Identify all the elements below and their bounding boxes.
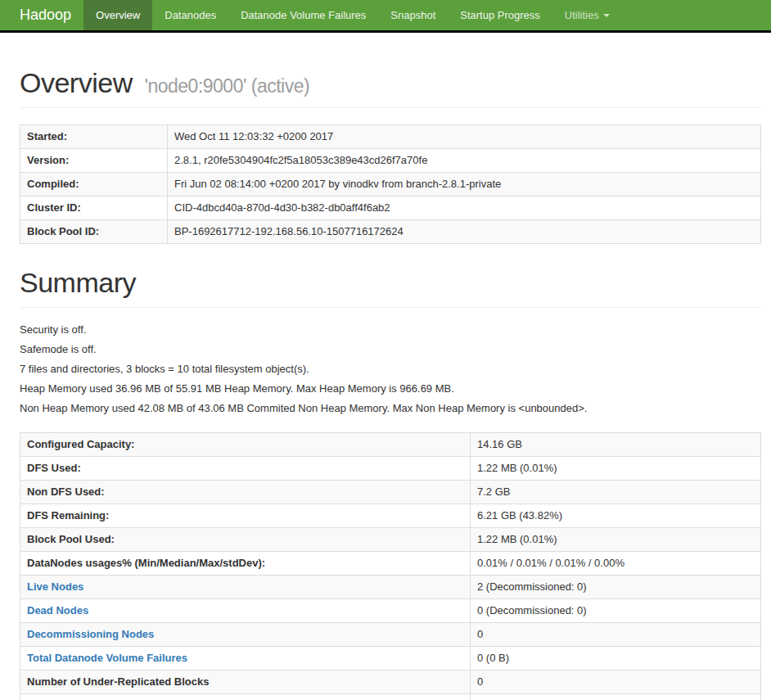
dead-nodes-link[interactable]: Dead Nodes (27, 604, 88, 616)
row-label-cluster-id: Cluster ID: (20, 196, 168, 220)
table-row: Compiled: Fri Jun 02 08:14:00 +0200 2017… (20, 173, 761, 196)
row-label-under-replicated-blocks: Number of Under-Replicated Blocks (20, 671, 471, 694)
row-label-datanodes-usages: DataNodes usages% (Min/Median/Max/stdDev… (20, 552, 471, 576)
nav-tab-datanode-volume-failures[interactable]: Datanode Volume Failures (228, 0, 378, 30)
table-row: DFS Remaining: 6.21 GB (43.82%) (20, 504, 761, 528)
table-row: Configured Capacity: 14.16 GB (20, 433, 761, 457)
row-value-configured-capacity: 14.16 GB (471, 433, 761, 457)
row-value-block-pool-id: BP-1692617712-192.168.56.10-150771617262… (168, 220, 761, 244)
heading-divider (20, 107, 761, 108)
table-row: Block Pool Used: 1.22 MB (0.01%) (20, 528, 761, 552)
top-navbar: Hadoop Overview Datanodes Datanode Volum… (0, 0, 771, 33)
row-label-block-pool-used: Block Pool Used: (20, 528, 471, 552)
row-label-blocks-pending-deletion: Number of Blocks Pending Deletion (20, 694, 471, 700)
row-value-under-replicated-blocks: 0 (471, 671, 761, 694)
row-value-decommissioning-nodes: 0 (471, 623, 761, 647)
row-value-dfs-remaining: 6.21 GB (43.82%) (471, 504, 761, 528)
safemode-status-text: Safemode is off. (20, 344, 761, 355)
row-value-blocks-pending-deletion: 0 (471, 694, 761, 700)
row-label-started: Started: (20, 125, 168, 149)
row-label-dfs-used: DFS Used: (20, 457, 471, 481)
table-row: Total Datanode Volume Failures 0 (0 B) (20, 647, 761, 671)
table-row: Version: 2.8.1, r20fe5304904fc2f5a18053c… (20, 149, 761, 173)
row-value-datanodes-usages: 0.01% / 0.01% / 0.01% / 0.00% (471, 552, 761, 576)
table-row: Started: Wed Oct 11 12:03:32 +0200 2017 (20, 125, 761, 149)
security-status-text: Security is off. (20, 324, 761, 336)
nav-tab-overview[interactable]: Overview (83, 0, 152, 30)
table-row: DataNodes usages% (Min/Median/Max/stdDev… (20, 552, 761, 576)
row-value-version: 2.8.1, r20fe5304904fc2f5a18053c389e43cd2… (168, 149, 761, 173)
row-value-live-nodes: 2 (Decommissioned: 0) (471, 576, 761, 599)
nav-tab-snapshot[interactable]: Snapshot (378, 0, 448, 30)
table-row: Dead Nodes 0 (Decommissioned: 0) (20, 599, 761, 623)
main-content: Overview 'node0:9000' (active) Started: … (0, 33, 771, 700)
row-value-compiled: Fri Jun 02 08:14:00 +0200 2017 by vinodk… (168, 173, 761, 196)
live-nodes-link[interactable]: Live Nodes (27, 580, 83, 593)
row-label-block-pool-id: Block Pool ID: (20, 220, 168, 244)
non-heap-memory-text: Non Heap Memory used 42.08 MB of 43.06 M… (20, 403, 761, 414)
nav-tab-startup-progress[interactable]: Startup Progress (448, 0, 552, 30)
table-row: Number of Under-Replicated Blocks 0 (20, 671, 761, 694)
table-row: Cluster ID: CID-4dbcd40a-870d-4d30-b382-… (20, 196, 761, 220)
row-value-started: Wed Oct 11 12:03:32 +0200 2017 (168, 125, 761, 149)
row-value-volume-failures: 0 (0 B) (471, 647, 761, 671)
table-row: Live Nodes 2 (Decommissioned: 0) (20, 576, 761, 599)
overview-heading: Overview 'node0:9000' (active) (20, 67, 761, 99)
decommissioning-nodes-link[interactable]: Decommissioning Nodes (27, 628, 154, 640)
page-title: Overview (20, 67, 133, 98)
paragraph-table-gap (20, 422, 761, 432)
summary-heading: Summary (20, 267, 761, 299)
utilities-label: Utilities (565, 9, 599, 21)
row-label-dfs-remaining: DFS Remaining: (20, 504, 471, 528)
hadoop-brand: Hadoop (0, 0, 83, 30)
nav-tab-utilities[interactable]: Utilities (552, 0, 622, 30)
overview-info-table: Started: Wed Oct 11 12:03:32 +0200 2017 … (20, 124, 761, 244)
heap-memory-text: Heap Memory used 36.96 MB of 55.91 MB He… (20, 383, 761, 395)
summary-stats-table: Configured Capacity: 14.16 GB DFS Used: … (20, 432, 761, 700)
namenode-address-subtitle: 'node0:9000' (active) (140, 75, 309, 97)
caret-down-icon (603, 14, 610, 17)
table-row: DFS Used: 1.22 MB (0.01%) (20, 457, 761, 481)
table-row: Number of Blocks Pending Deletion 0 (20, 694, 761, 700)
filesystem-objects-text: 7 files and directories, 3 blocks = 10 t… (20, 364, 761, 375)
table-row: Block Pool ID: BP-1692617712-192.168.56.… (20, 220, 761, 244)
row-label-compiled: Compiled: (20, 173, 168, 196)
row-value-cluster-id: CID-4dbcd40a-870d-4d30-b382-db0aff4f6ab2 (168, 196, 761, 220)
nav-tab-datanodes[interactable]: Datanodes (152, 0, 228, 30)
table-row: Non DFS Used: 7.2 GB (20, 481, 761, 504)
row-label-non-dfs-used: Non DFS Used: (20, 481, 471, 504)
total-datanode-volume-failures-link[interactable]: Total Datanode Volume Failures (27, 652, 187, 664)
row-value-block-pool-used: 1.22 MB (0.01%) (471, 528, 761, 552)
summary-divider (20, 307, 761, 308)
row-value-dead-nodes: 0 (Decommissioned: 0) (471, 599, 761, 623)
row-label-configured-capacity: Configured Capacity: (20, 433, 471, 457)
section-gap (20, 244, 761, 267)
row-value-non-dfs-used: 7.2 GB (471, 481, 761, 504)
row-value-dfs-used: 1.22 MB (0.01%) (471, 457, 761, 481)
table-row: Decommissioning Nodes 0 (20, 623, 761, 647)
row-label-version: Version: (20, 149, 168, 173)
